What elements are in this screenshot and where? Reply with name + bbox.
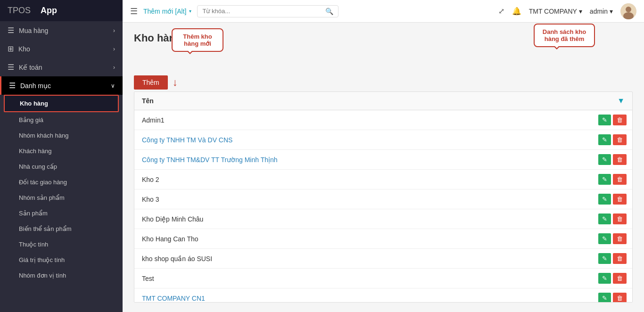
kho-icon: ⊞ [8, 44, 14, 53]
delete-button[interactable]: 🗑 [613, 115, 627, 125]
sidebar-subitem-san-pham[interactable]: Sản phẩm [0, 205, 123, 221]
table-row: Admin1✎🗑 [134, 110, 632, 130]
kho-arrow-icon: › [113, 46, 115, 52]
row-name: Test [134, 269, 591, 288]
table-row: Công ty TNHH TM&DV TT Trường Minh Thịnh✎… [134, 150, 632, 170]
page-content: Kho hàng Thêm kho hàng mới Danh sách kho… [123, 23, 644, 312]
col-filter[interactable]: ▼ [591, 92, 632, 110]
ke-toan-arrow-icon: › [113, 64, 115, 71]
table-row: Công ty TNHH TM Và DV CNS✎🗑 [134, 130, 632, 150]
row-actions: ✎🗑 [591, 229, 632, 249]
sidebar-label-san-pham: Sản phẩm [19, 210, 48, 217]
sidebar-subitem-gia-tri-thuoc-tinh[interactable]: Giá trị thuộc tính [0, 252, 123, 268]
add-new-label: Thêm mới [Alt] [143, 8, 186, 15]
row-actions: ✎🗑 [591, 130, 632, 150]
row-name[interactable]: Công ty TNHH TM&DV TT Trường Minh Thịnh [134, 150, 591, 170]
danh-muc-arrow-icon: ∨ [111, 82, 115, 89]
delete-button[interactable]: 🗑 [613, 154, 627, 165]
search-input[interactable] [202, 8, 322, 15]
app-name-tpos: TPOS [8, 6, 31, 16]
edit-button[interactable]: ✎ [598, 174, 611, 185]
sidebar: TPOS App ☰ Mua hàng › ⊞ Kho › ☰ Kế toán … [0, 0, 123, 312]
table-row: Kho 2✎🗑 [134, 170, 632, 189]
sidebar-label-mua-hang: Mua hàng [19, 27, 48, 34]
edit-button[interactable]: ✎ [598, 273, 611, 284]
sidebar-subitem-khach-hang[interactable]: Khách hàng [0, 143, 123, 159]
delete-button[interactable]: 🗑 [613, 134, 627, 145]
menu-toggle-icon[interactable]: ☰ [130, 6, 138, 16]
search-icon: 🔍 [325, 8, 333, 15]
delete-button[interactable]: 🗑 [613, 293, 627, 303]
delete-button[interactable]: 🗑 [613, 233, 627, 244]
edit-button[interactable]: ✎ [598, 134, 611, 145]
sidebar-label-kho: Kho [18, 45, 30, 53]
row-name: Kho Diệp Minh Châu [134, 209, 591, 229]
row-actions: ✎🗑 [591, 189, 632, 209]
sidebar-subitem-nhom-san-pham[interactable]: Nhóm sản phẩm [0, 190, 123, 205]
sidebar-item-danh-muc[interactable]: ☰ Danh mục ∨ [0, 76, 123, 95]
sidebar-label-nhom-don-vi-tinh: Nhóm đơn vị tính [19, 272, 66, 279]
row-actions: ✎🗑 [591, 110, 632, 130]
sidebar-item-ke-toan[interactable]: ☰ Kế toán › [0, 58, 123, 76]
bell-icon[interactable]: 🔔 [512, 7, 521, 16]
edit-button[interactable]: ✎ [598, 233, 611, 244]
delete-button[interactable]: 🗑 [613, 253, 627, 264]
sidebar-label-nhom-san-pham: Nhóm sản phẩm [19, 194, 65, 201]
delete-button[interactable]: 🗑 [613, 273, 627, 284]
row-name[interactable]: TMT COMPANY CN1 [134, 288, 591, 303]
sidebar-label-bang-gia: Bảng giá [19, 116, 43, 123]
row-name: Kho Hang Can Tho [134, 229, 591, 249]
sidebar-subitem-nhom-khach-hang[interactable]: Nhóm khách hàng [0, 128, 123, 143]
table-row: Kho 3✎🗑 [134, 189, 632, 209]
admin-name: admin [590, 8, 608, 15]
company-name: TMT COMPANY [529, 8, 577, 15]
avatar[interactable] [620, 3, 636, 19]
delete-button[interactable]: 🗑 [613, 174, 627, 185]
sidebar-subitem-kho-hang[interactable]: Kho hàng [4, 95, 119, 112]
row-actions: ✎🗑 [591, 249, 632, 269]
table-row: TMT COMPANY CN1✎🗑 [134, 288, 632, 303]
search-box[interactable]: 🔍 [197, 5, 339, 17]
sidebar-label-bien-the-san-pham: Biến thể sản phẩm [19, 225, 72, 232]
edit-button[interactable]: ✎ [598, 253, 611, 264]
delete-button[interactable]: 🗑 [613, 194, 627, 205]
sidebar-subitem-nha-cung-cap[interactable]: Nhà cung cấp [0, 159, 123, 174]
table-row: Kho Diệp Minh Châu✎🗑 [134, 209, 632, 229]
admin-selector[interactable]: admin ▾ [590, 8, 613, 15]
mua-hang-arrow-icon: › [113, 27, 115, 34]
row-name[interactable]: Công ty TNHH TM Và DV CNS [134, 130, 591, 150]
add-new-button[interactable]: Thêm mới [Alt] ▾ [143, 8, 191, 15]
sidebar-subitem-nhom-don-vi-tinh[interactable]: Nhóm đơn vị tính [0, 268, 123, 283]
sidebar-label-gia-tri-thuoc-tinh: Giá trị thuộc tính [19, 256, 65, 263]
add-new-chevron-icon: ▾ [189, 8, 191, 14]
bubble-danh-sach: Danh sách kho hàng đã thêm [534, 24, 595, 47]
filter-icon[interactable]: ▼ [617, 97, 625, 105]
danh-muc-icon: ☰ [9, 81, 16, 90]
sidebar-item-mua-hang[interactable]: ☰ Mua hàng › [0, 21, 123, 40]
them-button[interactable]: Thêm [134, 75, 168, 90]
sidebar-subitem-bien-the-san-pham[interactable]: Biến thể sản phẩm [0, 221, 123, 237]
sidebar-label-ke-toan: Kế toán [19, 64, 42, 71]
edit-button[interactable]: ✎ [598, 293, 611, 303]
sidebar-label-doi-tac-giao-hang: Đối tác giao hàng [19, 179, 67, 186]
admin-chevron-icon: ▾ [610, 8, 613, 15]
table-row: Test✎🗑 [134, 269, 632, 288]
sidebar-subitem-doi-tac-giao-hang[interactable]: Đối tác giao hàng [0, 174, 123, 190]
delete-button[interactable]: 🗑 [613, 213, 627, 224]
edit-button[interactable]: ✎ [598, 154, 611, 165]
sidebar-header: TPOS App [0, 0, 123, 21]
sidebar-item-kho[interactable]: ⊞ Kho › [0, 40, 123, 58]
sidebar-label-kho-hang: Kho hàng [20, 100, 48, 107]
row-name: Kho 3 [134, 189, 591, 209]
topbar: ☰ Thêm mới [Alt] ▾ 🔍 ⤢ 🔔 TMT COMPANY ▾ a… [123, 0, 644, 23]
sidebar-subitem-bang-gia[interactable]: Bảng giá [0, 112, 123, 128]
sidebar-subitem-thuoc-tinh[interactable]: Thuộc tính [0, 237, 123, 252]
edit-button[interactable]: ✎ [598, 194, 611, 205]
edit-button[interactable]: ✎ [598, 115, 611, 125]
edit-button[interactable]: ✎ [598, 213, 611, 224]
arrow-down-icon: ↓ [173, 76, 178, 89]
sidebar-label-danh-muc: Danh mục [20, 82, 51, 90]
expand-icon[interactable]: ⤢ [498, 7, 504, 16]
row-name: kho shop quần áo SUSI [134, 249, 591, 269]
company-selector[interactable]: TMT COMPANY ▾ [529, 8, 582, 15]
